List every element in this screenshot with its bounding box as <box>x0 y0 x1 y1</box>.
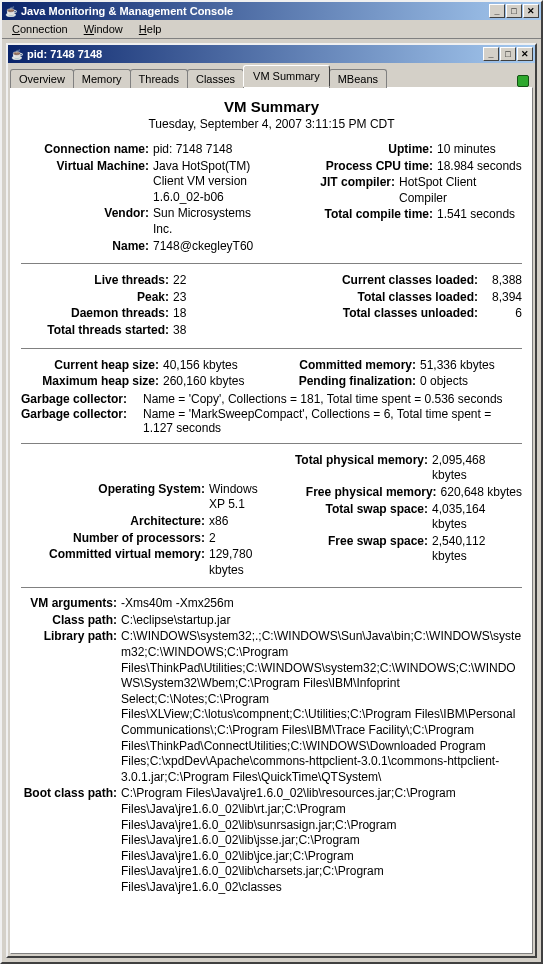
cvm-label: Committed virtual memory: <box>21 547 209 578</box>
page-title: VM Summary <box>21 98 522 115</box>
unloaded: 6 <box>482 306 522 322</box>
separator <box>21 587 522 588</box>
gc-label: Garbage collector: <box>21 407 143 435</box>
child-window: ☕ pid: 7148 7148 _ □ ✕ Overview Memory T… <box>6 43 537 958</box>
java-icon: ☕ <box>4 4 18 18</box>
window-title: Java Monitoring & Management Console <box>21 5 489 17</box>
nproc-value: 2 <box>209 531 267 547</box>
connection-name: pid: 7148 7148 <box>153 142 267 158</box>
total-threads: 38 <box>173 323 267 339</box>
unloaded-label: Total classes unloaded: <box>310 306 482 322</box>
pending-label: Pending finalization: <box>278 374 420 390</box>
os-label: Operating System: <box>21 482 209 513</box>
tab-classes[interactable]: Classes <box>187 69 244 88</box>
child-titlebar: ☕ pid: 7148 7148 _ □ ✕ <box>8 45 535 63</box>
tab-overview[interactable]: Overview <box>10 69 74 88</box>
libpath: C:\WINDOWS\system32;.;C:\WINDOWS\Sun\Jav… <box>121 629 522 785</box>
gc-label: Garbage collector: <box>21 392 143 406</box>
libpath-label: Library path: <box>21 629 121 645</box>
tab-mbeans[interactable]: MBeans <box>329 69 387 88</box>
child-window-buttons: _ □ ✕ <box>483 47 533 61</box>
main-titlebar: ☕ Java Monitoring & Management Console _… <box>2 2 541 20</box>
minimize-button[interactable]: _ <box>489 4 505 18</box>
jit-value: HotSpot Client Compiler <box>399 175 522 206</box>
bootcp: C:\Program Files\Java\jre1.6.0_02\lib\re… <box>121 786 522 895</box>
committed: 51,336 kbytes <box>420 358 522 374</box>
tab-threads[interactable]: Threads <box>130 69 188 88</box>
window-buttons: _ □ ✕ <box>489 4 539 18</box>
cvm-value: 129,780 kbytes <box>209 547 267 578</box>
vmargs: -Xms40m -Xmx256m <box>121 596 522 612</box>
summary-header: VM Summary Tuesday, September 4, 2007 3:… <box>21 98 522 131</box>
fss-label: Free swap space: <box>277 534 433 565</box>
maximize-button[interactable]: □ <box>506 4 522 18</box>
child-minimize-button[interactable]: _ <box>483 47 499 61</box>
tab-memory[interactable]: Memory <box>73 69 131 88</box>
threads-classes-section: Live threads:22 Peak:23 Daemon threads:1… <box>21 272 522 339</box>
cur-heap: 40,156 kbytes <box>163 358 267 374</box>
child-close-button[interactable]: ✕ <box>517 47 533 61</box>
max-heap: 260,160 kbytes <box>163 374 267 390</box>
tab-bar: Overview Memory Threads Classes VM Summa… <box>8 63 535 87</box>
uptime-label: Uptime: <box>309 142 437 158</box>
vendor-value: Sun Microsystems Inc. <box>153 206 267 237</box>
max-heap-label: Maximum heap size: <box>21 374 163 390</box>
close-button[interactable]: ✕ <box>523 4 539 18</box>
paths-section: VM arguments:-Xms40m -Xmx256m Class path… <box>21 596 522 895</box>
separator <box>21 443 522 444</box>
name-label: Name: <box>21 239 153 255</box>
menubar: Connection Window Help <box>2 20 541 39</box>
live-threads: 22 <box>173 273 267 289</box>
arch-value: x86 <box>209 514 267 530</box>
tab-vmsummary[interactable]: VM Summary <box>243 65 330 87</box>
cur-heap-label: Current heap size: <box>21 358 163 374</box>
child-maximize-button[interactable]: □ <box>500 47 516 61</box>
tot-classes: 8,394 <box>482 290 522 306</box>
jit-label: JIT compiler: <box>277 175 400 206</box>
tss-value: 4,035,164 kbytes <box>432 502 522 533</box>
vmargs-label: VM arguments: <box>21 596 121 612</box>
daemon-value: 18 <box>173 306 267 322</box>
bootcp-label: Boot class path: <box>21 786 121 802</box>
compile-value: 1.541 seconds <box>437 207 522 223</box>
child-title: pid: 7148 7148 <box>27 48 483 60</box>
gc1: Name = 'Copy', Collections = 181, Total … <box>143 392 522 406</box>
fpm-label: Free physical memory: <box>283 485 441 501</box>
java-icon: ☕ <box>10 47 24 61</box>
connection-section: Connection name:pid: 7148 7148 Virtual M… <box>21 141 522 255</box>
os-section: Operating System:Windows XP 5.1 Architec… <box>21 452 522 580</box>
vm-summary-panel: VM Summary Tuesday, September 4, 2007 3:… <box>10 87 533 954</box>
main-window: ☕ Java Monitoring & Management Console _… <box>0 0 543 964</box>
cpu-value: 18.984 seconds <box>437 159 522 175</box>
tss-label: Total swap space: <box>277 502 433 533</box>
peak-label: Peak: <box>21 290 173 306</box>
total-threads-label: Total threads started: <box>21 323 173 339</box>
menu-help[interactable]: Help <box>131 21 170 37</box>
timestamp: Tuesday, September 4, 2007 3:11:15 PM CD… <box>21 117 522 131</box>
menu-window[interactable]: Window <box>76 21 131 37</box>
os-value: Windows XP 5.1 <box>209 482 267 513</box>
heap-section: Current heap size:40,156 kbytes Maximum … <box>21 357 522 435</box>
tot-classes-label: Total classes loaded: <box>310 290 482 306</box>
fss-value: 2,540,112 kbytes <box>432 534 522 565</box>
classpath: C:\eclipse\startup.jar <box>121 613 522 629</box>
committed-label: Committed memory: <box>278 358 420 374</box>
connection-status-icon <box>517 75 529 87</box>
pending: 0 objects <box>420 374 522 390</box>
vm-value: Java HotSpot(TM) Client VM version 1.6.0… <box>153 159 267 206</box>
name-value: 7148@ckegleyT60 <box>153 239 267 255</box>
fpm-value: 620,648 kbytes <box>441 485 522 501</box>
uptime-value: 10 minutes <box>437 142 522 158</box>
classpath-label: Class path: <box>21 613 121 629</box>
cpu-label: Process CPU time: <box>309 159 437 175</box>
vm-label: Virtual Machine: <box>21 159 153 206</box>
menu-connection[interactable]: Connection <box>4 21 76 37</box>
separator <box>21 348 522 349</box>
tpm-label: Total physical memory: <box>277 453 433 484</box>
arch-label: Architecture: <box>21 514 209 530</box>
connection-name-label: Connection name: <box>21 142 153 158</box>
nproc-label: Number of processors: <box>21 531 209 547</box>
cur-classes: 8,388 <box>482 273 522 289</box>
peak-value: 23 <box>173 290 267 306</box>
separator <box>21 263 522 264</box>
